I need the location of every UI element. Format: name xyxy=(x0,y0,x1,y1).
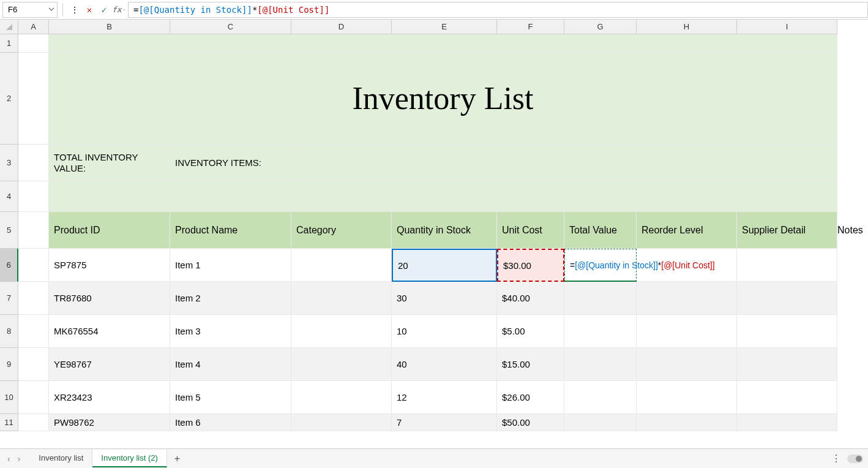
column-header-C[interactable]: C xyxy=(170,20,291,34)
row-header-11[interactable]: 11 xyxy=(0,414,18,431)
row-header-4[interactable]: 4 xyxy=(0,181,18,212)
reorder-cell[interactable] xyxy=(637,414,737,431)
cell-A1[interactable] xyxy=(18,34,49,53)
category-cell[interactable] xyxy=(291,414,392,431)
add-sheet-button[interactable]: + xyxy=(167,450,187,468)
cell-A5[interactable] xyxy=(18,212,49,249)
sheet-cells[interactable]: Inventory ListTOTAL INVENTORY VALUE:INVE… xyxy=(18,34,837,431)
reorder-cell[interactable] xyxy=(637,381,737,414)
cell-merged-top[interactable] xyxy=(49,34,837,53)
column-header-E[interactable]: E xyxy=(392,20,497,34)
category-cell[interactable] xyxy=(291,348,392,381)
tab-prev-button[interactable]: ‹ xyxy=(5,453,13,465)
sheet-tab[interactable]: Inventory list (2) xyxy=(92,450,166,467)
reorder-header[interactable]: Reorder Level xyxy=(637,212,737,249)
cell-A7[interactable] xyxy=(18,282,49,315)
product-name-cell[interactable]: Item 5 xyxy=(170,381,291,414)
editing-cell[interactable]: =[@[Quantity in Stock]]*[@[Unit Cost]] xyxy=(564,249,637,282)
row-header-2[interactable]: 2 xyxy=(0,53,18,145)
row-header-3[interactable]: 3 xyxy=(0,145,18,181)
product-name-cell[interactable]: Item 2 xyxy=(170,282,291,315)
formula-input[interactable]: =[@[Quantity in Stock]]*[@[Unit Cost]] xyxy=(128,2,868,18)
reorder-cell[interactable] xyxy=(637,315,737,348)
product-id-cell[interactable]: YE98767 xyxy=(49,348,170,381)
column-header-B[interactable]: B xyxy=(49,20,170,34)
view-toggle[interactable] xyxy=(847,455,863,463)
product-id-header[interactable]: Product ID xyxy=(49,212,170,249)
cell-A6[interactable] xyxy=(18,249,49,282)
unit-cost-header[interactable]: Unit Cost xyxy=(497,212,564,249)
total-value-cell[interactable] xyxy=(564,348,637,381)
fx-button[interactable]: fx xyxy=(112,3,125,17)
column-header-H[interactable]: H xyxy=(637,20,737,34)
row-header-5[interactable]: 5 xyxy=(0,212,18,249)
cell-A2[interactable] xyxy=(18,53,49,145)
row-header-1[interactable]: 1 xyxy=(0,34,18,53)
reorder-cell[interactable] xyxy=(637,348,737,381)
total-value-cell[interactable] xyxy=(564,315,637,348)
supplier-cell[interactable] xyxy=(737,315,837,348)
cost-cell[interactable]: $5.00 xyxy=(497,315,564,348)
column-header-I[interactable]: I xyxy=(737,20,837,34)
cell-A10[interactable] xyxy=(18,381,49,414)
supplier-cell[interactable] xyxy=(737,381,837,414)
more-icon[interactable]: ⋮ xyxy=(68,3,81,17)
qty-cell[interactable]: 12 xyxy=(392,381,497,414)
product-name-cell[interactable]: Item 3 xyxy=(170,315,291,348)
cell-A9[interactable] xyxy=(18,348,49,381)
supplier-cell[interactable] xyxy=(737,348,837,381)
qty-header[interactable]: Quantity in Stock xyxy=(392,212,497,249)
qty-cell[interactable]: 10 xyxy=(392,315,497,348)
category-header[interactable]: Category xyxy=(291,212,392,249)
product-id-cell[interactable]: PW98762 xyxy=(49,414,170,431)
cancel-button[interactable]: ✕ xyxy=(83,3,96,17)
select-all-corner[interactable] xyxy=(0,20,18,34)
qty-cell[interactable]: 30 xyxy=(392,282,497,315)
supplier-cell[interactable] xyxy=(737,282,837,315)
supplier-header[interactable]: Supplier DetailNotes xyxy=(737,212,837,249)
product-name-cell[interactable]: Item 6 xyxy=(170,414,291,431)
total-value-header[interactable]: Total Value xyxy=(564,212,637,249)
tab-options-icon[interactable]: ⋮ xyxy=(831,453,841,464)
product-name-cell[interactable]: Item 4 xyxy=(170,348,291,381)
total-value-cell[interactable] xyxy=(564,414,637,431)
name-box[interactable]: F6 xyxy=(2,2,58,18)
cell-A8[interactable] xyxy=(18,315,49,348)
cell-A11[interactable] xyxy=(18,414,49,431)
cost-cell[interactable]: $30.00 xyxy=(497,249,564,282)
column-header-A[interactable]: A xyxy=(18,20,49,34)
supplier-cell[interactable] xyxy=(737,414,837,431)
row-header-6[interactable]: 6 xyxy=(0,249,18,282)
product-id-cell[interactable]: XR23423 xyxy=(49,381,170,414)
total-inventory-label[interactable]: TOTAL INVENTORY VALUE: xyxy=(49,145,170,181)
inventory-items-label[interactable]: INVENTORY ITEMS: xyxy=(170,145,291,181)
category-cell[interactable] xyxy=(291,315,392,348)
row-header-8[interactable]: 8 xyxy=(0,315,18,348)
row-header-7[interactable]: 7 xyxy=(0,282,18,315)
column-header-F[interactable]: F xyxy=(497,20,564,34)
category-cell[interactable] xyxy=(291,249,392,282)
column-header-D[interactable]: D xyxy=(291,20,392,34)
cell-A4[interactable] xyxy=(18,181,49,212)
cell-A3[interactable] xyxy=(18,145,49,181)
name-box-dropdown-icon[interactable] xyxy=(48,5,54,14)
sheet-tab[interactable]: Inventory list xyxy=(30,450,92,467)
qty-cell[interactable]: 40 xyxy=(392,348,497,381)
product-name-cell[interactable]: Item 1 xyxy=(170,249,291,282)
cost-cell[interactable]: $15.00 xyxy=(497,348,564,381)
qty-cell[interactable]: 20 xyxy=(392,249,497,282)
category-cell[interactable] xyxy=(291,381,392,414)
cell-merged-r3[interactable] xyxy=(291,145,837,181)
column-header-G[interactable]: G xyxy=(564,20,637,34)
cost-cell[interactable]: $40.00 xyxy=(497,282,564,315)
supplier-cell[interactable] xyxy=(737,249,837,282)
row-header-9[interactable]: 9 xyxy=(0,348,18,381)
total-value-cell[interactable] xyxy=(564,381,637,414)
product-id-cell[interactable]: MK676554 xyxy=(49,315,170,348)
cost-cell[interactable]: $50.00 xyxy=(497,414,564,431)
enter-button[interactable]: ✓ xyxy=(97,3,111,17)
cell-merged-r4[interactable] xyxy=(49,181,837,212)
page-title[interactable]: Inventory List xyxy=(49,53,837,145)
tab-next-button[interactable]: › xyxy=(15,453,23,465)
qty-cell[interactable]: 7 xyxy=(392,414,497,431)
